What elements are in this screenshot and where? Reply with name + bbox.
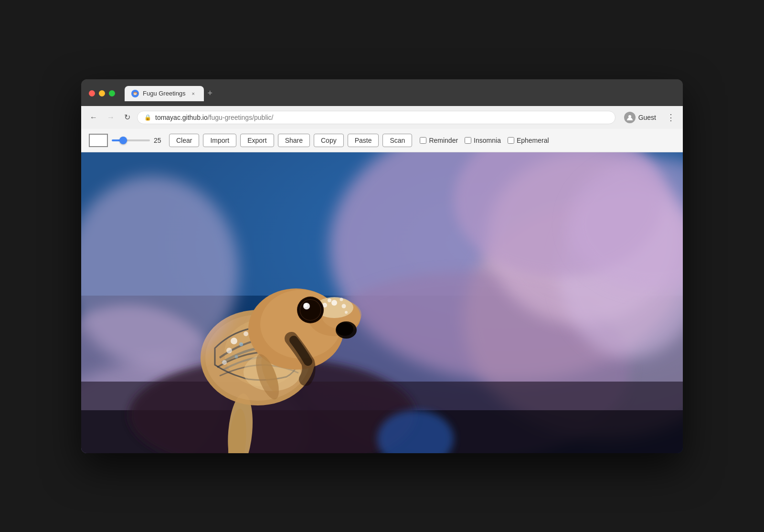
maximize-button[interactable] <box>109 90 115 96</box>
nav-bar: ← → ↻ 🔒 tomayac.github.io/fugu-greetings… <box>81 106 683 129</box>
ephemeral-checkbox[interactable] <box>508 137 514 144</box>
ephemeral-label: Ephemeral <box>517 137 549 144</box>
url-domain: tomayac.github.io <box>155 114 208 121</box>
close-button[interactable] <box>89 90 95 96</box>
url-path: /fugu-greetings/public/ <box>208 114 274 121</box>
color-swatch[interactable] <box>89 134 108 147</box>
checkbox-group: Reminder Insomnia Ephemeral <box>420 137 549 144</box>
reminder-checkbox[interactable] <box>420 137 426 144</box>
reminder-checkbox-label[interactable]: Reminder <box>420 137 458 144</box>
svg-point-19 <box>231 338 237 344</box>
slider-value: 25 <box>154 137 165 144</box>
import-button[interactable]: Import <box>203 134 236 147</box>
guest-label: Guest <box>638 114 656 121</box>
insomnia-label: Insomnia <box>474 137 501 144</box>
guest-button[interactable]: Guest <box>619 110 661 125</box>
svg-point-39 <box>340 298 343 301</box>
browser-window: 🐡 Fugu Greetings × + ← → ↻ 🔒 tomayac.git… <box>81 79 683 453</box>
svg-point-38 <box>342 304 346 308</box>
tab-close-button[interactable]: × <box>190 90 197 97</box>
reminder-label: Reminder <box>429 137 458 144</box>
title-bar-top: 🐡 Fugu Greetings × + <box>89 86 675 101</box>
title-bar: 🐡 Fugu Greetings × + <box>81 79 683 106</box>
svg-point-49 <box>336 322 353 336</box>
svg-point-46 <box>304 303 308 307</box>
slider-container: 25 <box>112 137 165 144</box>
active-tab[interactable]: 🐡 Fugu Greetings × <box>125 86 204 101</box>
tab-bar: 🐡 Fugu Greetings × + <box>125 86 216 101</box>
svg-point-25 <box>222 360 227 365</box>
tab-favicon: 🐡 <box>131 90 139 97</box>
insomnia-checkbox-label[interactable]: Insomnia <box>465 137 501 144</box>
export-button[interactable]: Export <box>240 134 274 147</box>
fish-scene-svg <box>81 152 683 453</box>
nav-right: Guest ⋮ <box>619 110 677 125</box>
copy-button[interactable]: Copy <box>314 134 344 147</box>
back-button[interactable]: ← <box>87 111 100 124</box>
size-slider[interactable] <box>112 139 150 141</box>
svg-point-26 <box>239 342 243 346</box>
new-tab-button[interactable]: + <box>204 88 217 101</box>
ephemeral-checkbox-label[interactable]: Ephemeral <box>508 137 549 144</box>
share-button[interactable]: Share <box>278 134 310 147</box>
address-bar[interactable]: 🔒 tomayac.github.io/fugu-greetings/publi… <box>137 111 615 124</box>
url-display: tomayac.github.io/fugu-greetings/public/ <box>155 114 608 121</box>
guest-icon <box>624 112 636 123</box>
svg-point-24 <box>226 348 232 353</box>
main-canvas[interactable] <box>81 152 683 453</box>
reload-button[interactable]: ↻ <box>121 111 133 124</box>
paste-button[interactable]: Paste <box>348 134 379 147</box>
tab-label: Fugu Greetings <box>143 90 186 97</box>
window-controls <box>89 90 115 96</box>
svg-point-20 <box>244 331 248 336</box>
minimize-button[interactable] <box>99 90 105 96</box>
browser-menu-button[interactable]: ⋮ <box>665 110 677 125</box>
app-toolbar: 25 Clear Import Export Share Copy Paste … <box>81 129 683 152</box>
svg-point-30 <box>235 355 238 358</box>
svg-point-40 <box>328 298 331 302</box>
svg-point-41 <box>345 311 348 314</box>
clear-button[interactable]: Clear <box>169 134 199 147</box>
insomnia-checkbox[interactable] <box>465 137 471 144</box>
lock-icon: 🔒 <box>144 114 151 121</box>
forward-button[interactable]: → <box>104 111 117 124</box>
svg-point-37 <box>331 300 337 306</box>
scan-button[interactable]: Scan <box>382 134 412 147</box>
